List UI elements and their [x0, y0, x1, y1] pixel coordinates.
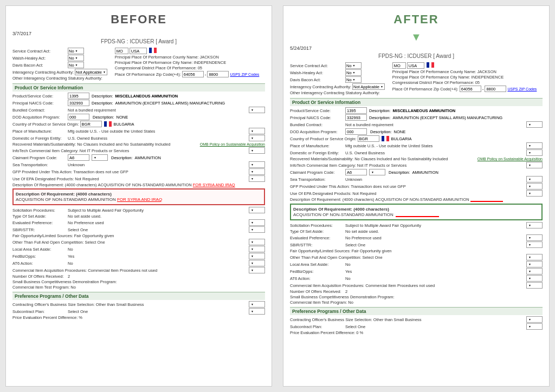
- domestic-select[interactable]: [249, 135, 265, 141]
- zip-label: Place Of Performance Zip Code(+4):: [115, 72, 181, 77]
- after-domestic-label: Domestic or Foreign Entity:: [290, 151, 344, 155]
- after-infotech-value: Not IT Products or Services: [357, 163, 525, 168]
- contracting-size-select[interactable]: [249, 301, 265, 308]
- after-epa-label: Use Of EPA Designated Products:: [290, 191, 351, 196]
- after-solicitation-select[interactable]: [526, 222, 543, 228]
- after-city-label: Principal Place Of Performance City Name…: [392, 75, 470, 80]
- country-box[interactable]: USA: [130, 48, 147, 54]
- sbir-select[interactable]: [249, 226, 265, 233]
- claimant-icon-select[interactable]: [92, 154, 108, 161]
- after-naics-input[interactable]: 332993: [345, 114, 367, 121]
- after-subcontract-select[interactable]: [526, 323, 543, 330]
- claimant-desc-value: AMMUNITION: [135, 155, 161, 160]
- after-davis-bacon-select[interactable]: No: [345, 76, 362, 83]
- gfp-select[interactable]: [249, 168, 265, 175]
- sea-label: Sea Transportation:: [12, 162, 67, 167]
- local-area-label: Local Area Set Aside:: [12, 247, 67, 252]
- infotech-value: Not IT Products or Services: [80, 148, 248, 153]
- product-desc: Description:: [92, 94, 113, 99]
- before-left-col: Service Contract Act: No Walsh-Healey Ac…: [12, 48, 113, 81]
- after-country-box[interactable]: USA: [407, 62, 424, 69]
- service-contract-select[interactable]: No: [68, 48, 84, 54]
- before-description-box: Description Of Requirement: (4000 charac…: [12, 188, 265, 205]
- epa-select[interactable]: [249, 175, 265, 182]
- fedbizopps-select[interactable]: [249, 253, 265, 259]
- after-country-origin-input[interactable]: BGR: [358, 135, 379, 142]
- after-bundled-label: Bundled Contract:: [290, 122, 344, 127]
- after-desc-box-content: ACQUISITION OF NON-STANDARD AMMUNITION: [293, 212, 539, 217]
- after-gfp-select[interactable]: [526, 183, 543, 190]
- after-product-code-input[interactable]: 1395: [345, 107, 367, 114]
- desc-highlight-text: FOR SYRIA AND IRAQ: [117, 197, 162, 202]
- after-product-code-label: Product/Service Code:: [290, 108, 344, 113]
- after-product-section-header: Product Or Service Information: [290, 98, 543, 106]
- gfp-value: Transaction does not use GFP: [73, 169, 248, 174]
- local-area-select[interactable]: [249, 246, 265, 252]
- after-bundled-select[interactable]: [526, 121, 543, 128]
- omb-link[interactable]: OMB Policy on Sustainable Acquisition: [200, 142, 265, 146]
- interagency-select[interactable]: Not Applicable: [75, 69, 107, 75]
- evaluated-select[interactable]: [249, 219, 265, 226]
- at6-value: No: [68, 261, 248, 266]
- after-evaluated-select[interactable]: [526, 234, 543, 241]
- place-manufacture-select[interactable]: [249, 128, 265, 134]
- infotech-select[interactable]: [249, 147, 265, 154]
- after-claimant-icon-select[interactable]: [369, 169, 385, 175]
- naics-input[interactable]: 332993: [68, 100, 89, 106]
- after-claimant-input[interactable]: A6: [345, 169, 367, 175]
- after-price-eval-label: Price Evaluation Percent Difference:: [290, 330, 355, 335]
- after-omb-link[interactable]: OMB Policy on Sustainable Acquisition: [477, 157, 543, 161]
- commercial-item-value: Commercial Item Procedures not used: [88, 268, 248, 273]
- subcontract-select[interactable]: [249, 308, 265, 315]
- sea-select[interactable]: [249, 161, 265, 168]
- after-claimant-label: Claimant Program Code:: [290, 170, 344, 175]
- at6-select[interactable]: [249, 260, 265, 266]
- after-dod-input[interactable]: 000: [345, 128, 367, 135]
- after-walsh-healey-select[interactable]: No: [345, 69, 362, 76]
- state-box[interactable]: MO: [115, 48, 128, 54]
- other-full-select[interactable]: [249, 239, 265, 245]
- after-sea-select[interactable]: [526, 176, 543, 182]
- dod-desc-label: Description:: [93, 115, 114, 120]
- after-interagency-select[interactable]: Not Applicable: [352, 83, 385, 90]
- after-usps-zip-link[interactable]: USPS ZIP Codes: [507, 87, 537, 91]
- zip-input[interactable]: 64056: [182, 71, 204, 77]
- after-city-value: INDEPENDENCE: [472, 75, 543, 80]
- sbir-label: SBIR/STTR:: [12, 227, 67, 232]
- after-zip-input[interactable]: 64056: [460, 86, 481, 92]
- solicitation-select[interactable]: [249, 207, 265, 213]
- after-zip2-input[interactable]: 8800: [485, 86, 506, 92]
- after-dod-label: DOD Acquisition Program:: [290, 129, 344, 134]
- after-state-box[interactable]: MO: [392, 62, 406, 69]
- desc-box-content: ACQUISITION OF NON-STANDARD AMMUNITION F…: [16, 197, 262, 202]
- after-other-full-value: Select One: [363, 255, 525, 260]
- country-origin-input[interactable]: BGR: [80, 121, 102, 127]
- after-local-area-select[interactable]: [526, 261, 543, 267]
- desc-req-inline-label: Description Of Requirement: (4000 charac…: [12, 182, 96, 187]
- usps-zip-link[interactable]: USPS ZIP Codes: [230, 73, 259, 76]
- after-contracting-size-select[interactable]: [526, 316, 543, 323]
- after-commercial-item-value: Commercial Item Procedures not used: [365, 283, 525, 288]
- after-infotech-select[interactable]: [526, 162, 543, 168]
- after-at6-select[interactable]: [526, 275, 543, 282]
- product-code-input[interactable]: 1395: [68, 93, 89, 99]
- after-interagency-label: Interagency Contracting Authority:: [290, 84, 351, 89]
- after-place-manufacture-select[interactable]: [526, 142, 543, 149]
- walsh-healey-select[interactable]: No: [68, 55, 84, 61]
- after-evaluated-value: No Preference used: [345, 236, 525, 240]
- after-dod-desc-value: NONE: [394, 129, 406, 134]
- after-other-full-select[interactable]: [526, 254, 543, 260]
- bundled-select[interactable]: [249, 107, 265, 113]
- after-sbir-select[interactable]: [526, 241, 543, 248]
- after-service-contract-select[interactable]: No: [345, 62, 362, 69]
- davis-bacon-select[interactable]: No: [68, 62, 84, 68]
- after-gfp-label: GFP Provided Under This Action:: [290, 184, 350, 189]
- after-fedbizopps-select[interactable]: [526, 268, 543, 275]
- commercial-item-select[interactable]: [249, 267, 265, 273]
- dod-input[interactable]: 000: [68, 114, 89, 120]
- claimant-input[interactable]: A6: [68, 154, 89, 161]
- zip2-input[interactable]: 8800: [207, 71, 229, 77]
- after-commercial-item-select[interactable]: [526, 282, 543, 289]
- after-epa-select[interactable]: [526, 190, 543, 197]
- after-domestic-select[interactable]: [526, 149, 543, 156]
